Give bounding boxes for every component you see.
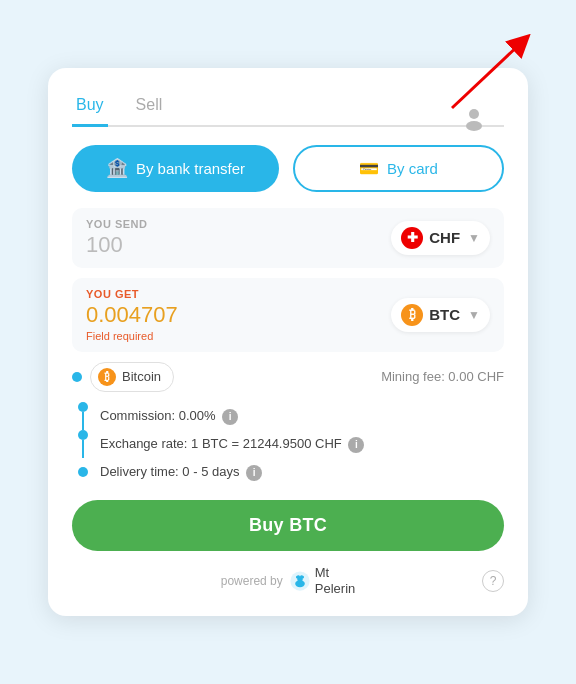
by-card-label: By card (387, 160, 438, 177)
exchange-rate-text: Exchange rate: 1 BTC = 21244.9500 CHF i (100, 434, 364, 454)
bitcoin-name: Bitcoin (122, 369, 161, 384)
bank-transfer-label: By bank transfer (136, 160, 245, 177)
receive-currency-chevron: ▼ (468, 308, 480, 322)
mining-fee-text: Mining fee: 0.00 CHF (381, 369, 504, 384)
field-required-text: Field required (86, 330, 178, 342)
commission-line (82, 412, 84, 430)
bank-transfer-button[interactable]: 🏦 By bank transfer (72, 145, 279, 192)
chf-icon: ✚ (401, 227, 423, 249)
buy-btc-button[interactable]: Buy BTC (72, 500, 504, 551)
tab-sell[interactable]: Sell (132, 88, 167, 127)
commission-dot (78, 402, 88, 412)
delivery-dot (78, 467, 88, 477)
delivery-text: Delivery time: 0 - 5 days i (100, 462, 262, 482)
powered-by-text: powered by (221, 574, 283, 588)
by-card-button[interactable]: 💳 By card (293, 145, 504, 192)
main-card: Buy Sell 🏦 By bank transfer 💳 By card YO… (48, 68, 528, 616)
commission-dot-wrap (76, 402, 90, 430)
commission-info-icon[interactable]: i (222, 409, 238, 425)
exchange-dot-wrap (76, 430, 90, 458)
send-currency-select[interactable]: ✚ CHF ▼ (391, 221, 490, 255)
delivery-dot-wrap (76, 467, 90, 477)
pelerin-bird-icon (289, 570, 311, 592)
svg-point-2 (466, 121, 482, 131)
chf-cross: ✚ (407, 231, 418, 244)
help-button[interactable]: ? (482, 570, 504, 592)
send-value: 100 (86, 232, 147, 258)
receive-row: YOU GET 0.004707 Field required ₿ BTC ▼ (72, 278, 504, 352)
tabs: Buy Sell (72, 88, 504, 127)
payment-row: 🏦 By bank transfer 💳 By card (72, 145, 504, 192)
commission-text: Commission: 0.00% i (100, 406, 238, 426)
bank-icon: 🏦 (106, 157, 128, 179)
send-label: YOU SEND (86, 218, 147, 230)
footer: powered by MtPelerin ? (72, 565, 504, 596)
card-icon: 💳 (359, 159, 379, 178)
coin-dot (72, 372, 82, 382)
profile-button[interactable] (460, 104, 488, 136)
exchange-line (82, 440, 84, 458)
svg-point-1 (469, 109, 479, 119)
exchange-info-icon[interactable]: i (348, 437, 364, 453)
btc-icon: ₿ (401, 304, 423, 326)
commission-item: Commission: 0.00% i (76, 402, 504, 430)
receive-currency-select[interactable]: ₿ BTC ▼ (391, 298, 490, 332)
profile-icon (460, 104, 488, 132)
pelerin-logo: MtPelerin (289, 565, 355, 596)
tabs-container: Buy Sell (72, 88, 504, 127)
receive-currency-label: BTC (429, 306, 460, 323)
details-timeline: Commission: 0.00% i Exchange rate: 1 BTC… (76, 402, 504, 486)
tab-buy[interactable]: Buy (72, 88, 108, 127)
bitcoin-badge[interactable]: ₿ Bitcoin (90, 362, 174, 392)
pelerin-name: MtPelerin (315, 565, 355, 596)
coin-fee-row: ₿ Bitcoin Mining fee: 0.00 CHF (72, 362, 504, 392)
receive-value: 0.004707 (86, 302, 178, 328)
send-row: YOU SEND 100 ✚ CHF ▼ (72, 208, 504, 268)
send-currency-chevron: ▼ (468, 231, 480, 245)
bitcoin-badge-icon: ₿ (98, 368, 116, 386)
delivery-info-icon[interactable]: i (246, 465, 262, 481)
send-currency-label: CHF (429, 229, 460, 246)
exchange-rate-item: Exchange rate: 1 BTC = 21244.9500 CHF i (76, 430, 504, 458)
send-left: YOU SEND 100 (86, 218, 147, 258)
exchange-dot (78, 430, 88, 440)
receive-label: YOU GET (86, 288, 178, 300)
receive-left: YOU GET 0.004707 Field required (86, 288, 178, 342)
delivery-item: Delivery time: 0 - 5 days i (76, 458, 504, 486)
